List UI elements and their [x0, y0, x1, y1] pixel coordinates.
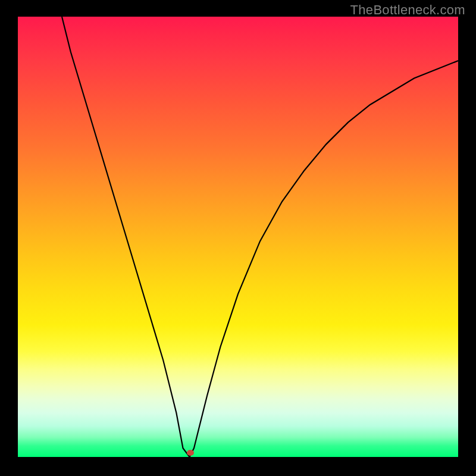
- watermark-text: TheBottleneck.com: [350, 2, 465, 18]
- minimum-marker: [187, 450, 194, 456]
- bottleneck-curve: [18, 17, 458, 457]
- chart-frame: [18, 17, 458, 457]
